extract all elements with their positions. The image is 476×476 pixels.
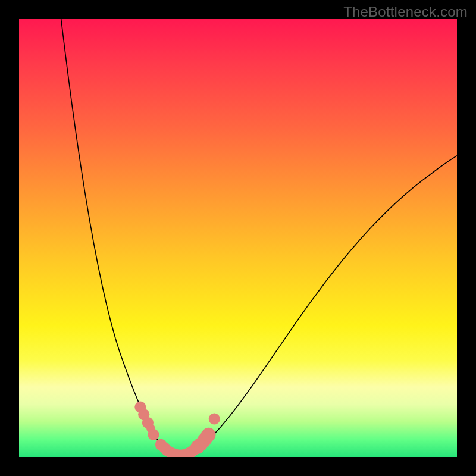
marker-point <box>202 428 216 442</box>
marker-group <box>134 402 220 457</box>
curve-left <box>61 19 173 455</box>
marker-point <box>209 413 220 424</box>
outer-frame: TheBottleneck.com <box>0 0 476 476</box>
marker-point <box>148 429 159 440</box>
watermark-text: TheBottleneck.com <box>343 4 468 20</box>
chart-svg <box>19 19 457 457</box>
curve-right <box>186 156 457 455</box>
plot-area <box>19 19 457 457</box>
